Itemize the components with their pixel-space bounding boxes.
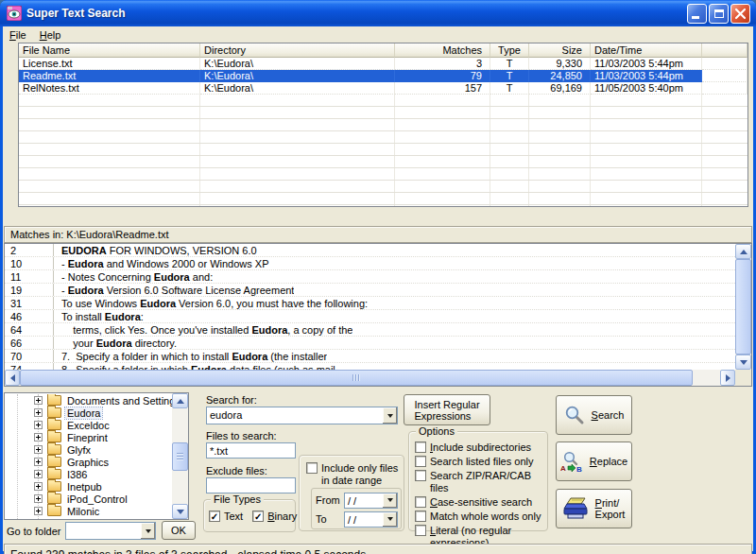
- from-label: From: [316, 494, 340, 506]
- scrollbar-track[interactable]: [693, 370, 720, 386]
- match-row[interactable]: 31To use Windows Eudora Version 6.0, you…: [5, 297, 735, 310]
- arrow-down-icon: [740, 360, 747, 365]
- tree-item[interactable]: Inetpub: [5, 480, 172, 493]
- app-window: Super Text Search File Help File Name Di…: [0, 0, 756, 554]
- dropdown-button[interactable]: [382, 512, 397, 527]
- search-for-combobox[interactable]: eudora: [206, 407, 398, 424]
- match-row[interactable]: 66 your Eudora directory.: [5, 337, 735, 350]
- expand-icon[interactable]: [34, 494, 43, 503]
- table-row-selected[interactable]: Readme.txt K:\Eudora\ 79 T 24,850 11/03/…: [19, 70, 747, 82]
- binary-checkbox[interactable]: ✓Binary: [252, 511, 297, 523]
- matches-horizontal-scrollbar[interactable]: [5, 370, 735, 386]
- exclude-files-input[interactable]: [206, 477, 296, 493]
- match-row[interactable]: 46To install Eudora:: [5, 310, 735, 323]
- ok-button[interactable]: OK: [162, 521, 196, 540]
- date-range-checkbox[interactable]: Include only filesin date range: [306, 462, 398, 487]
- expand-icon[interactable]: [34, 396, 43, 405]
- date-range-group: Include only filesin date range From / /…: [299, 455, 404, 531]
- tree-item[interactable]: Glyfx: [5, 443, 172, 456]
- window-title: Super Text Search: [26, 7, 125, 20]
- option-search-listed-files-only[interactable]: Search listed files only: [415, 456, 544, 468]
- insert-regex-button[interactable]: Insert RegularExpressions: [404, 394, 490, 425]
- expand-icon[interactable]: [34, 507, 43, 515]
- column-header-directory[interactable]: Directory: [200, 43, 395, 58]
- search-button[interactable]: Search: [556, 395, 632, 435]
- status-bar: Found 239 matches in 3 files of 3 search…: [4, 544, 752, 554]
- option-match-whole-words[interactable]: Match whole words only: [415, 511, 544, 523]
- match-row[interactable]: 10- Eudora and Windows 2000 or Windows X…: [5, 257, 735, 270]
- files-to-search-label: Files to search:: [206, 430, 277, 441]
- option-case-sensitive[interactable]: Case-sensitive search: [415, 496, 544, 509]
- scrollbar-thumb[interactable]: [172, 442, 188, 471]
- files-to-search-input[interactable]: [206, 442, 296, 459]
- maximize-button[interactable]: [709, 4, 729, 24]
- dropdown-button[interactable]: [140, 523, 155, 539]
- tree-item[interactable]: I386: [5, 468, 172, 480]
- svg-text:A: A: [560, 464, 566, 473]
- menu-help[interactable]: Help: [33, 27, 68, 43]
- table-row[interactable]: RelNotes.txt K:\Eudora\ 157 T 69,169 11/…: [19, 82, 747, 95]
- scrollbar-corner: [735, 370, 751, 386]
- column-header-size[interactable]: Size: [529, 43, 591, 58]
- tree-item[interactable]: Milonic: [5, 505, 172, 517]
- scroll-left-button[interactable]: [5, 370, 20, 386]
- scroll-up-button[interactable]: [172, 393, 188, 408]
- expand-icon[interactable]: [34, 470, 43, 478]
- table-row[interactable]: License.txt K:\Eudora\ 3 T 9,330 11/03/2…: [19, 58, 747, 70]
- option-search-zip-rar-cab[interactable]: Search ZIP/RAR/CAB files: [415, 470, 544, 494]
- tree-item[interactable]: Graphics: [5, 456, 172, 468]
- match-row[interactable]: 2EUDORA FOR WINDOWS, VERSION 6.0: [5, 244, 735, 257]
- chevron-down-icon: [387, 498, 393, 502]
- close-button[interactable]: [730, 4, 750, 24]
- expand-icon[interactable]: [34, 433, 43, 441]
- goto-folder-combobox[interactable]: [65, 522, 156, 540]
- scroll-up-button[interactable]: [735, 244, 751, 259]
- expand-icon[interactable]: [34, 421, 43, 429]
- match-row[interactable]: 11- Notes Concerning Eudora and:: [5, 270, 735, 284]
- column-header-matches[interactable]: Matches: [395, 43, 490, 58]
- folder-icon: [47, 444, 61, 455]
- expand-icon[interactable]: [34, 408, 43, 417]
- column-header-file-name[interactable]: File Name: [19, 43, 200, 58]
- match-row[interactable]: 748. Specify a folder in which Eudora da…: [5, 363, 735, 370]
- scroll-down-button[interactable]: [172, 504, 188, 519]
- minimize-button[interactable]: [687, 4, 707, 24]
- match-row[interactable]: 19- Eudora Version 6.0 Software License …: [5, 284, 735, 297]
- column-header-date-time[interactable]: Date/Time: [591, 43, 702, 58]
- tree-item[interactable]: Exceldoc: [5, 419, 172, 431]
- scrollbar-grip: [177, 453, 183, 460]
- print-export-button[interactable]: Print/Export: [556, 489, 632, 528]
- scrollbar-thumb[interactable]: [735, 259, 751, 355]
- results-table: File Name Directory Matches Type Size Da…: [18, 43, 748, 207]
- match-row[interactable]: 707. Specify a folder in which to instal…: [5, 350, 735, 363]
- tree-item[interactable]: Documents and Settings: [5, 394, 172, 407]
- column-header-type[interactable]: Type: [490, 43, 529, 58]
- expand-icon[interactable]: [34, 482, 43, 491]
- to-date-combobox[interactable]: / /: [344, 511, 398, 528]
- matches-rows: 2EUDORA FOR WINDOWS, VERSION 6.0 10- Eud…: [5, 244, 735, 370]
- replace-button[interactable]: A B Replace: [556, 441, 632, 481]
- text-checkbox[interactable]: ✓Text: [209, 511, 243, 523]
- option-include-subdirectories[interactable]: Include subdirectories: [415, 441, 544, 454]
- tree-item[interactable]: Fineprint: [5, 431, 172, 443]
- folder-icon: [47, 457, 61, 467]
- scrollbar-thumb[interactable]: [20, 370, 693, 386]
- client-area: File Name Directory Matches Type Size Da…: [3, 43, 753, 551]
- scroll-down-button[interactable]: [735, 355, 751, 370]
- dropdown-button[interactable]: [382, 407, 397, 424]
- tree-item-selected[interactable]: Eudora: [5, 407, 172, 419]
- matches-vertical-scrollbar[interactable]: [735, 244, 751, 370]
- results-header: File Name Directory Matches Type Size Da…: [19, 43, 747, 58]
- from-date-combobox[interactable]: / /: [344, 493, 398, 509]
- title-bar: Super Text Search: [0, 0, 756, 26]
- match-row[interactable]: 64 terms, click Yes. Once you've install…: [5, 323, 735, 337]
- tree-vertical-scrollbar[interactable]: [172, 393, 188, 519]
- expand-icon[interactable]: [34, 445, 43, 454]
- tree-item[interactable]: iPod_Control: [5, 493, 172, 505]
- scrollbar-grip: [352, 374, 360, 381]
- folder-tree-items: Documents and Settings Eudora Exceldoc F…: [5, 394, 172, 519]
- scroll-right-button[interactable]: [720, 370, 735, 386]
- expand-icon[interactable]: [34, 458, 43, 466]
- dropdown-button[interactable]: [382, 493, 397, 508]
- menu-file[interactable]: File: [3, 27, 33, 43]
